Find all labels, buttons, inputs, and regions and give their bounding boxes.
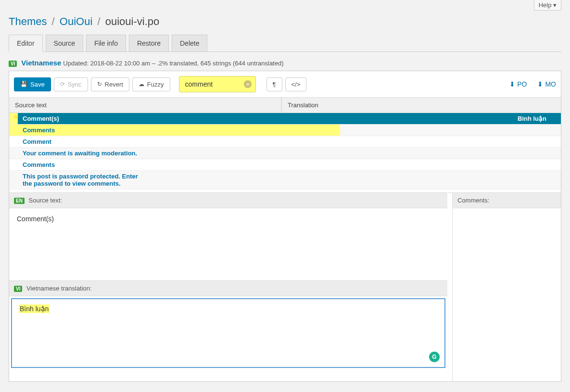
cell-translation: Bình luận xyxy=(65,113,561,124)
download-mo[interactable]: ⬇ MO xyxy=(537,80,556,88)
table-row[interactable]: Comments xyxy=(9,125,561,136)
tab-restore[interactable]: Restore xyxy=(129,35,169,52)
star-icon: ★ xyxy=(13,113,19,120)
tab-editor[interactable]: Editor xyxy=(9,35,43,52)
cell-source: ← Older comments xyxy=(9,190,153,192)
table-row[interactable]: ← Older comments xyxy=(9,190,561,192)
vi-badge: VI xyxy=(14,286,22,292)
cell-translation xyxy=(153,125,561,136)
source-text-box: Comment(s) xyxy=(9,208,447,280)
help-button[interactable]: Help ▾ xyxy=(534,0,561,11)
cell-translation xyxy=(153,190,561,192)
sync-icon: ⟳ xyxy=(60,81,65,88)
lang-name: Vietnamese xyxy=(21,59,61,67)
save-button[interactable]: 💾 Save xyxy=(14,77,51,91)
translation-value: Bình luận xyxy=(19,304,50,313)
translation-panel-head: VI Vietnamese translation: xyxy=(9,280,447,296)
cell-source: Comments xyxy=(9,125,153,136)
breadcrumb-file: ouioui-vi.po xyxy=(105,15,160,27)
search-input[interactable] xyxy=(181,78,253,90)
tab-delete[interactable]: Delete xyxy=(172,35,207,52)
download-icon: ⬇ xyxy=(537,80,543,88)
status-line: VI Vietnamese Updated: 2018-08-22 10:00 … xyxy=(9,52,561,71)
cell-translation xyxy=(153,171,561,189)
pilcrow-button[interactable]: ¶ xyxy=(266,77,282,91)
source-panel-head: EN Source text: xyxy=(9,193,447,208)
breadcrumb-project[interactable]: OuiOui xyxy=(60,15,92,27)
cell-source: Comment xyxy=(9,136,153,147)
cloud-icon: ☁ xyxy=(139,81,144,88)
save-icon: 💾 xyxy=(20,81,27,88)
en-badge: EN xyxy=(14,198,25,204)
tabs: Editor Source File info Restore Delete xyxy=(9,35,561,52)
revert-icon: ↻ xyxy=(97,81,102,88)
breadcrumb: Themes / OuiOui / ouioui-vi.po xyxy=(9,11,561,35)
cell-translation xyxy=(153,148,561,159)
grid-body[interactable]: ★Comment(s)Bình luậnCommentsCommentYour … xyxy=(9,113,561,192)
col-translation: Translation xyxy=(281,98,561,113)
table-row[interactable]: Your comment is awaiting moderation. xyxy=(9,148,561,159)
fuzzy-button[interactable]: ☁ Fuzzy xyxy=(132,77,170,91)
sync-button[interactable]: ⟳ Sync xyxy=(54,77,88,91)
editor: 💾 Save ⟳ Sync ↻ Revert ☁ Fuzzy ✕ ¶ </ xyxy=(9,71,561,382)
cell-source: Your comment is awaiting moderation. xyxy=(9,148,153,159)
lang-badge: VI xyxy=(9,61,17,67)
code-view-button[interactable]: </> xyxy=(285,77,307,91)
table-row[interactable]: This post is password protected. Enter t… xyxy=(9,171,561,190)
cell-translation xyxy=(153,159,561,170)
grammarly-icon[interactable]: G xyxy=(429,352,440,362)
table-row[interactable]: Comment xyxy=(9,136,561,148)
tab-source[interactable]: Source xyxy=(46,35,83,52)
toolbar: 💾 Save ⟳ Sync ↻ Revert ☁ Fuzzy ✕ ¶ </ xyxy=(9,71,561,98)
translation-input[interactable]: Bình luận G xyxy=(11,298,445,368)
tab-fileinfo[interactable]: File info xyxy=(86,35,126,52)
cell-translation xyxy=(153,136,561,147)
cell-source: This post is password protected. Enter t… xyxy=(9,171,153,189)
clear-search-icon[interactable]: ✕ xyxy=(244,80,252,88)
status-text: Updated: 2018-08-22 10:00 am – .2% trans… xyxy=(63,60,283,67)
breadcrumb-themes[interactable]: Themes xyxy=(9,15,47,27)
grid-header: Source text Translation xyxy=(9,98,561,113)
search-wrap: ✕ xyxy=(179,76,256,92)
comments-panel-head: Comments: xyxy=(453,193,561,208)
download-icon: ⬇ xyxy=(509,80,515,88)
table-row[interactable]: ★Comment(s)Bình luận xyxy=(9,113,561,125)
panels: EN Source text: Comment(s) VI Vietnamese… xyxy=(9,192,561,381)
col-source: Source text xyxy=(9,98,281,113)
download-po[interactable]: ⬇ PO xyxy=(509,80,527,88)
comments-box[interactable] xyxy=(453,208,561,381)
table-row[interactable]: Comments xyxy=(9,159,561,171)
revert-button[interactable]: ↻ Revert xyxy=(91,77,129,91)
cell-source: Comments xyxy=(9,159,153,170)
